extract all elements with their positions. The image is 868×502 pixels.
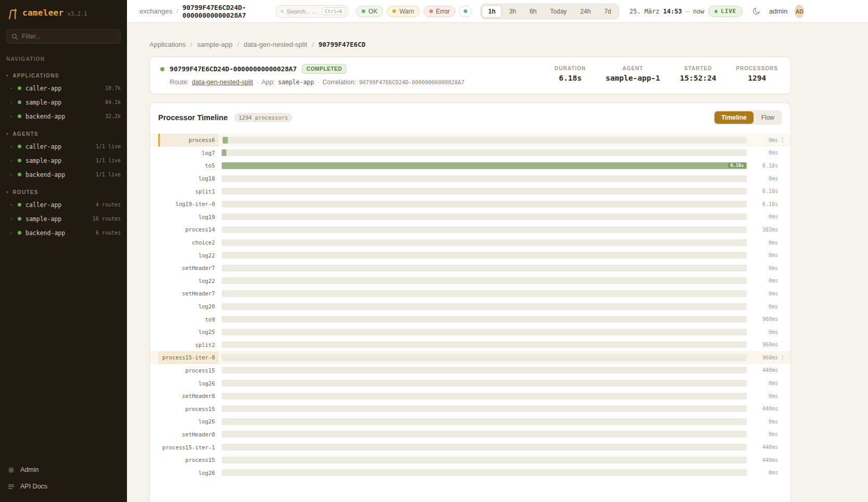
processor-label[interactable]: log7 xyxy=(158,147,219,160)
processor-label[interactable]: log26 xyxy=(158,377,219,390)
global-search[interactable]: Ctrl+K xyxy=(275,5,349,18)
processor-label[interactable]: process15 xyxy=(158,364,219,377)
timeline-row-process15-iter-1[interactable]: process15-iter-1440ms⋮ xyxy=(150,441,790,454)
timeline-row-log22[interactable]: log220ms⋮ xyxy=(150,249,790,262)
timeline-track xyxy=(222,354,747,361)
topbar-breadcrumb-exchanges[interactable]: exchanges xyxy=(139,7,172,15)
preset-3h[interactable]: 3h xyxy=(503,5,522,18)
preset-24h[interactable]: 24h xyxy=(574,5,597,18)
processor-label[interactable]: to9 xyxy=(158,313,219,326)
timeline-row-log26[interactable]: log260ms⋮ xyxy=(150,415,790,428)
filter-chip-error[interactable]: Error xyxy=(424,6,456,17)
timeline-row-log20[interactable]: log200ms⋮ xyxy=(150,300,790,313)
section-header-routes[interactable]: ▾ROUTES xyxy=(0,187,127,198)
timeline-row-log19[interactable]: log190ms⋮ xyxy=(150,211,790,224)
timeline-row-to9[interactable]: to9960ms⋮ xyxy=(150,313,790,326)
timeline-row-log26[interactable]: log260ms⋮ xyxy=(150,466,790,479)
sidebar-item-backend-app[interactable]: ▸backend-app6 routes xyxy=(0,226,127,240)
timeline-row-process15[interactable]: process15440ms⋮ xyxy=(150,454,790,467)
processor-label[interactable]: setHeader8 xyxy=(158,428,219,441)
processor-label[interactable]: process15-iter-1 xyxy=(158,441,219,454)
avatar[interactable]: AD xyxy=(795,5,804,18)
search-input[interactable] xyxy=(287,8,319,15)
sidebar-item-backend-app[interactable]: ▸backend-app1/1 live xyxy=(0,168,127,182)
timeline-row-log25[interactable]: log250ms⋮ xyxy=(150,326,790,339)
item-name: backend-app xyxy=(25,113,105,120)
sidebar-item-sample-app[interactable]: ▸sample-app84.1k xyxy=(0,95,127,109)
processor-label[interactable]: log19 xyxy=(158,211,219,224)
crumb-route[interactable]: data-gen-nested-split xyxy=(244,41,307,48)
sidebar-item-caller-app[interactable]: ▸caller-app4 routes xyxy=(0,198,127,212)
processor-label[interactable]: log26 xyxy=(158,415,219,428)
timeline-row-setHeader7[interactable]: setHeader70ms⋮ xyxy=(150,287,790,300)
live-badge[interactable]: LIVE xyxy=(708,6,743,17)
timeline-row-process15[interactable]: process15440ms⋮ xyxy=(150,402,790,415)
timeline-row-setHeader7[interactable]: setHeader70ms⋮ xyxy=(150,262,790,275)
timeline-row-split2[interactable]: split2960ms⋮ xyxy=(150,339,790,352)
processor-label[interactable]: process15 xyxy=(158,402,219,415)
timeline-row-process15[interactable]: process15440ms⋮ xyxy=(150,364,790,377)
crumb-applications[interactable]: Applications xyxy=(149,41,186,48)
live-label: LIVE xyxy=(721,8,736,15)
timeline-row-log7[interactable]: log70ms⋮ xyxy=(150,147,790,160)
logo[interactable]: cameleer v3.2.1 xyxy=(0,0,127,24)
processor-label[interactable]: split1 xyxy=(158,185,219,198)
timeline-row-log18[interactable]: log180ms⋮ xyxy=(150,172,790,185)
processor-label[interactable]: process14 xyxy=(158,223,219,236)
sidebar-filter[interactable] xyxy=(6,29,121,44)
route-link[interactable]: data-gen-nested-split xyxy=(192,79,253,86)
processor-label[interactable]: process15 xyxy=(158,454,219,467)
timeline-row-process15-iter-0[interactable]: process15-iter-0960ms⋮ xyxy=(150,351,790,364)
processor-label[interactable]: log22 xyxy=(158,275,219,288)
timeline-row-split1[interactable]: split16.18s⋮ xyxy=(150,185,790,198)
timeline-row-process6[interactable]: process60ms⋮ xyxy=(150,134,790,147)
timeline-row-log26[interactable]: log260ms⋮ xyxy=(150,377,790,390)
processor-label[interactable]: split2 xyxy=(158,339,219,352)
processor-label[interactable]: choice2 xyxy=(158,236,219,249)
processor-label[interactable]: setHeader7 xyxy=(158,287,219,300)
processor-label[interactable]: setHeader8 xyxy=(158,390,219,403)
dark-mode-toggle[interactable] xyxy=(752,7,761,16)
timeline-row-log19-iter-0[interactable]: log19-iter-06.18s⋮ xyxy=(150,198,790,211)
view-flow-button[interactable]: Flow xyxy=(755,111,781,124)
section-header-agents[interactable]: ▾AGENTS xyxy=(0,128,127,139)
processor-label[interactable]: to5 xyxy=(158,159,219,172)
timeline-row-choice2[interactable]: choice20ms⋮ xyxy=(150,236,790,249)
api-docs-link[interactable]: API Docs xyxy=(7,478,120,495)
processor-label[interactable]: log20 xyxy=(158,300,219,313)
filter-chip-warn[interactable]: Warn xyxy=(387,6,419,17)
preset-today[interactable]: Today xyxy=(544,5,573,18)
processor-label[interactable]: log25 xyxy=(158,326,219,339)
sidebar-item-backend-app[interactable]: ▸backend-app32.2k xyxy=(0,109,127,123)
preset-7d[interactable]: 7d xyxy=(598,5,617,18)
sidebar-item-sample-app[interactable]: ▸sample-app16 routes xyxy=(0,212,127,226)
row-duration: 0ms xyxy=(751,278,778,284)
processor-label[interactable]: log22 xyxy=(158,249,219,262)
sidebar-item-caller-app[interactable]: ▸caller-app10.7k xyxy=(0,81,127,95)
preset-6h[interactable]: 6h xyxy=(524,5,543,18)
processor-label[interactable]: log26 xyxy=(158,466,219,479)
date-range[interactable]: 25. März 14:53 — now xyxy=(630,8,705,15)
row-menu-kebab-icon[interactable]: ⋮ xyxy=(778,136,787,144)
section-header-applications[interactable]: ▾APPLICATIONS xyxy=(0,70,127,81)
timeline-row-setHeader8[interactable]: setHeader80ms⋮ xyxy=(150,428,790,441)
preset-1h[interactable]: 1h xyxy=(482,5,502,18)
crumb-sample-app[interactable]: sample-app xyxy=(197,41,233,48)
timeline-row-to5[interactable]: to56.18s6.18s⋮ xyxy=(150,159,790,172)
timeline-row-process14[interactable]: process14383ms⋮ xyxy=(150,223,790,236)
admin-link[interactable]: Admin xyxy=(7,461,120,478)
filter-chip-extra[interactable] xyxy=(459,6,472,17)
row-menu-kebab-icon[interactable]: ⋮ xyxy=(778,354,787,361)
filter-chip-ok[interactable]: OK xyxy=(356,6,383,17)
view-timeline-button[interactable]: Timeline xyxy=(714,111,753,124)
sidebar-filter-input[interactable] xyxy=(22,33,116,40)
sidebar-item-caller-app[interactable]: ▸caller-app1/1 live xyxy=(0,139,127,153)
processor-label[interactable]: process15-iter-0 xyxy=(158,351,219,364)
processor-label[interactable]: log19-iter-0 xyxy=(158,198,219,211)
sidebar-item-sample-app[interactable]: ▸sample-app1/1 live xyxy=(0,153,127,168)
processor-label[interactable]: log18 xyxy=(158,172,219,185)
processor-label[interactable]: process6 xyxy=(158,134,219,147)
timeline-row-setHeader8[interactable]: setHeader80ms⋮ xyxy=(150,390,790,403)
timeline-row-log22[interactable]: log220ms⋮ xyxy=(150,275,790,288)
processor-label[interactable]: setHeader7 xyxy=(158,262,219,275)
